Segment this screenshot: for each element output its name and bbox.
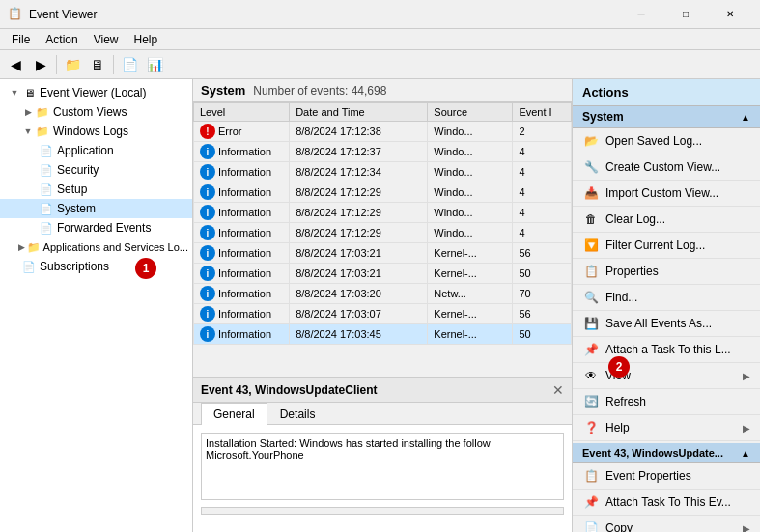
event-detail-close-button[interactable]: ✕	[552, 382, 564, 398]
action-item-find[interactable]: 🔍Find...	[573, 285, 760, 311]
action-item-attachTaskToEvent[interactable]: 📌Attach Task To This Ev...	[573, 490, 760, 516]
cell-datetime: 8/8/2024 17:03:45	[290, 324, 428, 345]
tab-details[interactable]: Details	[267, 403, 328, 425]
table-row[interactable]: iInformation8/8/2024 17:12:37Windo...4	[194, 142, 572, 162]
toolbar-back[interactable]: ◀	[4, 53, 27, 76]
cell-datetime: 8/8/2024 17:12:37	[290, 142, 428, 162]
table-row[interactable]: iInformation8/8/2024 17:03:20Netw...70	[194, 284, 572, 304]
cell-datetime: 8/8/2024 17:12:29	[290, 203, 428, 223]
menu-action[interactable]: Action	[38, 31, 85, 48]
action-item-eventProperties[interactable]: 📋Event Properties	[573, 463, 760, 490]
action-item-openSavedLog[interactable]: 📂Open Saved Log...	[573, 128, 760, 154]
col-header-datetime[interactable]: Date and Time	[290, 103, 428, 122]
table-row[interactable]: iInformation8/8/2024 17:03:07Kernel-...5…	[194, 304, 572, 324]
cell-level: iInformation	[194, 284, 290, 304]
toolbar-open[interactable]: 📁	[61, 53, 84, 76]
event-text-area[interactable]: Installation Started: Windows has starte…	[201, 433, 564, 500]
menu-file[interactable]: File	[4, 31, 38, 48]
cell-eventid: 70	[513, 284, 572, 304]
tree-item-windowsLogs[interactable]: ▼ 📁 Windows Logs	[0, 122, 192, 141]
toolbar: ◀ ▶ 📁 🖥 📄 📊	[0, 50, 760, 79]
cell-eventid: 56	[513, 304, 572, 324]
event43-items-container: 📋Event Properties📌Attach Task To This Ev…	[573, 463, 760, 532]
action-item-help[interactable]: ❓Help▶	[573, 415, 760, 441]
importCustomView-icon: 📥	[582, 184, 600, 202]
main-layout: ▼ 🖥 Event Viewer (Local) ▶ 📁 Custom View…	[0, 79, 760, 532]
toolbar-chart[interactable]: 📊	[143, 53, 166, 76]
table-row[interactable]: iInformation8/8/2024 17:03:21Kernel-...5…	[194, 243, 572, 264]
window-controls: ─ □ ✕	[619, 0, 752, 29]
cell-eventid: 4	[513, 162, 572, 182]
tree-label-subscriptions: Subscriptions	[40, 260, 109, 273]
cell-datetime: 8/8/2024 17:12:29	[290, 223, 428, 243]
tree-label-system: System	[57, 202, 96, 215]
col-header-level[interactable]: Level	[194, 103, 290, 122]
tree-toggle-customViews[interactable]: ▶	[21, 105, 35, 119]
tree-item-setup[interactable]: 📄 Setup	[0, 180, 192, 199]
action-item-createCustomView[interactable]: 🔧Create Custom View...	[573, 154, 760, 181]
tree-item-forwardedEvents[interactable]: 📄 Forwarded Events	[0, 218, 192, 238]
cell-level: iInformation	[194, 223, 290, 243]
importCustomView-label: Import Custom View...	[605, 186, 718, 200]
action-item-refresh[interactable]: 🔄Refresh	[573, 389, 760, 415]
find-label: Find...	[605, 291, 637, 304]
table-row[interactable]: iInformation8/8/2024 17:12:29Windo...4	[194, 203, 572, 223]
action-item-saveAllEvents[interactable]: 💾Save All Events As...	[573, 311, 760, 337]
close-button[interactable]: ✕	[708, 0, 752, 29]
menu-help[interactable]: Help	[127, 31, 166, 48]
col-header-source[interactable]: Source	[428, 103, 513, 122]
tree-label-windowsLogs: Windows Logs	[53, 125, 128, 138]
menu-view[interactable]: View	[86, 31, 127, 48]
cell-source: Netw...	[428, 284, 513, 304]
action-item-filterCurrentLog[interactable]: 🔽Filter Current Log...	[573, 233, 760, 259]
col-header-eventid[interactable]: Event I	[513, 103, 572, 122]
tree-item-application[interactable]: 📄 Application	[0, 141, 192, 160]
table-row[interactable]: iInformation8/8/2024 17:12:34Windo...4	[194, 162, 572, 182]
action-item-view[interactable]: 👁View▶	[573, 363, 760, 389]
cell-eventid: 4	[513, 182, 572, 203]
cell-level: iInformation	[194, 264, 290, 284]
tree-toggle-evViewer[interactable]: ▼	[8, 86, 21, 99]
cell-level: iInformation	[194, 142, 290, 162]
event-detail-header: Event 43, WindowsUpdateClient ✕	[193, 378, 572, 403]
saveAllEvents-label: Save All Events As...	[605, 317, 712, 330]
action-item-importCustomView[interactable]: 📥Import Custom View...	[573, 181, 760, 207]
folder-icon-as: 📁	[27, 239, 41, 255]
action-item-properties[interactable]: 📋Properties	[573, 259, 760, 285]
log-header: System Number of events: 44,698	[193, 79, 572, 102]
table-row[interactable]: iInformation8/8/2024 17:12:29Windo...4	[194, 182, 572, 203]
info-icon: i	[200, 205, 215, 220]
tree-item-appServices[interactable]: ▶ 📁 Applications and Services Lo...	[0, 238, 192, 257]
tab-general[interactable]: General	[201, 403, 267, 425]
tree-toggle-appServices[interactable]: ▶	[16, 240, 26, 254]
toolbar-doc[interactable]: 📄	[118, 53, 141, 76]
maximize-button[interactable]: □	[663, 0, 708, 29]
refresh-icon: 🔄	[582, 393, 600, 410]
actions-section-system[interactable]: System ▲	[573, 106, 760, 128]
action-item-attachTask[interactable]: 📌Attach a Task To this L...	[573, 337, 760, 363]
tree-toggle-windowsLogs[interactable]: ▼	[21, 125, 35, 138]
actions-section-event43[interactable]: Event 43, WindowsUpdate... ▲	[573, 443, 760, 463]
tree-item-system[interactable]: 📄 System	[0, 199, 192, 218]
actions-panel: Actions System ▲ 📂Open Saved Log...🔧Crea…	[572, 79, 760, 532]
table-row[interactable]: iInformation8/8/2024 17:03:45Kernel-...5…	[194, 324, 572, 345]
tree-item-evViewer[interactable]: ▼ 🖥 Event Viewer (Local)	[0, 83, 192, 102]
table-row[interactable]: iInformation8/8/2024 17:12:29Windo...4	[194, 223, 572, 243]
toolbar-computer[interactable]: 🖥	[86, 53, 109, 76]
events-table: Level Date and Time Source Event I !Erro…	[193, 102, 572, 345]
log-icon-fwd: 📄	[39, 220, 54, 236]
createCustomView-label: Create Custom View...	[605, 160, 720, 174]
tree-item-security[interactable]: 📄 Security	[0, 160, 192, 180]
tree-item-customViews[interactable]: ▶ 📁 Custom Views	[0, 102, 192, 122]
minimize-button[interactable]: ─	[619, 0, 663, 29]
action-item-copy[interactable]: 📄Copy▶	[573, 516, 760, 532]
cell-eventid: 4	[513, 142, 572, 162]
table-row[interactable]: !Error8/8/2024 17:12:38Windo...2	[194, 122, 572, 142]
events-table-container[interactable]: Level Date and Time Source Event I !Erro…	[193, 102, 572, 378]
cell-source: Kernel-...	[428, 304, 513, 324]
table-row[interactable]: iInformation8/8/2024 17:03:21Kernel-...5…	[194, 264, 572, 284]
tree-item-subscriptions[interactable]: 📄 Subscriptions	[0, 257, 192, 276]
tree-label-customViews: Custom Views	[53, 105, 127, 119]
toolbar-forward[interactable]: ▶	[29, 53, 52, 76]
action-item-clearLog[interactable]: 🗑Clear Log...	[573, 207, 760, 233]
